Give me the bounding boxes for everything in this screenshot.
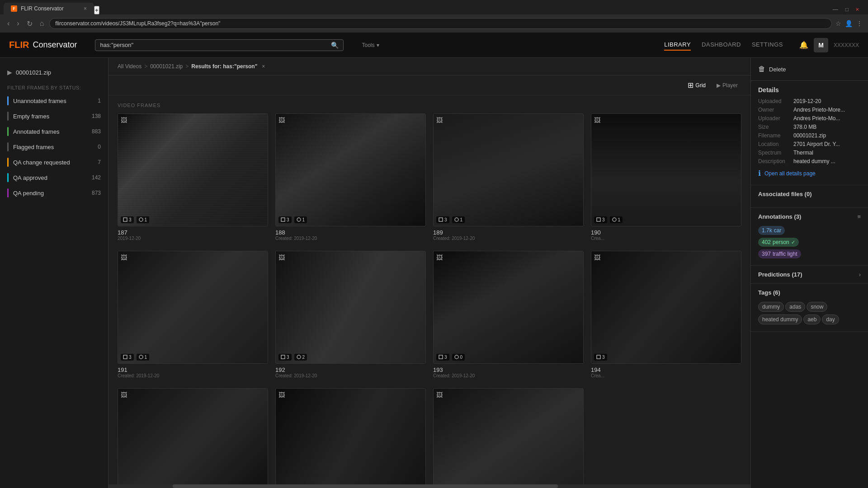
- delete-btn[interactable]: 🗑 Delete: [758, 63, 786, 75]
- browser-menu-btn[interactable]: ⋮: [856, 20, 863, 27]
- horizontal-scrollbar[interactable]: [108, 484, 750, 488]
- sidebar-count-annotated: 883: [92, 128, 101, 135]
- tag-adas[interactable]: adas: [785, 302, 805, 312]
- annotation-person-tag[interactable]: 402 person ✓: [758, 236, 861, 248]
- frame-badges: 3 1: [121, 354, 149, 361]
- open-details-btn[interactable]: ℹ Open all details page: [758, 167, 816, 179]
- annotation-car-tag[interactable]: 1.7k car: [758, 225, 861, 236]
- delete-icon: 🗑: [758, 65, 765, 73]
- sidebar-file[interactable]: ▶ 00001021.zip: [0, 65, 108, 80]
- frame-card-189[interactable]: 🖼 3 1: [433, 113, 584, 244]
- logo: FLIR Conservator: [9, 40, 77, 50]
- breadcrumb-all-videos[interactable]: All Videos: [118, 63, 142, 70]
- breadcrumb-search-input[interactable]: [268, 63, 335, 70]
- search-icon[interactable]: 🔍: [331, 42, 339, 49]
- frame-badges: 3: [594, 354, 607, 361]
- back-btn[interactable]: ‹: [5, 18, 11, 29]
- tag-day[interactable]: day: [822, 314, 839, 324]
- nav-settings[interactable]: SETTINGS: [752, 39, 783, 51]
- frame-card-192[interactable]: 🖼 3 2: [275, 251, 426, 381]
- frame-card-188[interactable]: 🖼 3 1: [275, 113, 426, 244]
- detail-row-location: Location 2701 Airport Dr. Y...: [758, 141, 861, 147]
- tab-title: FLIR Conservator: [21, 5, 64, 12]
- tag-heated-dummy[interactable]: heated dummy: [758, 314, 802, 324]
- predictions-row[interactable]: Predictions (17) ›: [758, 271, 861, 278]
- scrollbar-thumb[interactable]: [173, 484, 558, 488]
- tab-close-btn[interactable]: ×: [84, 5, 87, 12]
- sidebar-label-empty: Empty frames: [13, 113, 89, 120]
- frame-date-187: 2019-12-20: [118, 236, 268, 241]
- detail-row-uploader: Uploader Andres Prieto-Mo...: [758, 115, 861, 122]
- breadcrumb-sep-2: >: [185, 63, 189, 70]
- profile-btn[interactable]: 👤: [845, 20, 853, 27]
- frame-card-190[interactable]: 🖼 3 1: [591, 113, 741, 244]
- frame-card-191[interactable]: 🖼 3 1: [118, 251, 268, 381]
- svg-rect-10: [281, 355, 285, 359]
- refresh-btn[interactable]: ↻: [25, 18, 34, 30]
- breadcrumb-clear-btn[interactable]: ×: [262, 63, 265, 70]
- new-tab-btn[interactable]: +: [94, 6, 99, 14]
- uploader-val: Andres Prieto-Mo...: [793, 115, 861, 122]
- tag-snow[interactable]: snow: [807, 302, 827, 312]
- home-btn[interactable]: ⌂: [38, 18, 46, 29]
- avatar[interactable]: M: [814, 38, 828, 52]
- win-minimize-btn[interactable]: —: [833, 6, 838, 13]
- tools-btn[interactable]: Tools ▾: [362, 42, 379, 48]
- frame-bbox-count: 3: [278, 354, 292, 361]
- predictions-arrow[interactable]: ›: [859, 271, 861, 278]
- tag-dummy[interactable]: dummy: [758, 302, 784, 312]
- nav-library[interactable]: LIBRARY: [664, 39, 691, 51]
- predictions-section[interactable]: Predictions (17) ›: [751, 266, 868, 284]
- browser-tab-active[interactable]: F FLIR Conservator ×: [4, 3, 94, 14]
- sidebar-item-flagged[interactable]: Flagged frames 0: [0, 139, 108, 155]
- sidebar-item-empty[interactable]: Empty frames 138: [0, 108, 108, 124]
- search-input[interactable]: [100, 42, 328, 48]
- annotation-traffic-tag[interactable]: 397 traffic light: [758, 248, 861, 260]
- frame-bbox-count: 3: [121, 216, 134, 223]
- sidebar-item-annotated[interactable]: Annotated frames 883: [0, 124, 108, 139]
- svg-rect-0: [123, 218, 127, 221]
- bookmark-btn[interactable]: ☆: [835, 20, 841, 27]
- owner-val: Andres Prieto-More...: [793, 107, 861, 113]
- frame-num-189: 189: [433, 229, 584, 236]
- frame-card-193[interactable]: 🖼 3 0: [433, 251, 584, 381]
- address-input[interactable]: [55, 20, 826, 27]
- details-section: Details Uploaded 2019-12-20 Owner Andres…: [751, 81, 868, 185]
- frame-card-187[interactable]: 🖼 3 1: [118, 113, 268, 244]
- frame-card-194[interactable]: 🖼 3 194 Crea...: [591, 251, 741, 381]
- frame-card-partial-2[interactable]: 🖼: [275, 388, 426, 485]
- address-bar[interactable]: [49, 18, 832, 29]
- frame-num-192: 192: [275, 366, 426, 373]
- sidebar-item-qa-approved[interactable]: QA approved 142: [0, 170, 108, 185]
- sidebar-label-unannotated: Unannotated frames: [13, 98, 95, 104]
- spectrum-key: Spectrum: [758, 150, 790, 156]
- player-view-label: Player: [722, 82, 738, 89]
- forward-btn[interactable]: ›: [15, 18, 21, 29]
- svg-rect-14: [597, 355, 600, 359]
- frame-bbox-count: 3: [278, 216, 292, 223]
- frame-card-partial-1[interactable]: 🖼: [118, 388, 268, 485]
- nav-dashboard[interactable]: DASHBOARD: [702, 39, 741, 51]
- frame-card-partial-3[interactable]: 🖼: [433, 388, 584, 485]
- right-panel-top: 🗑 Delete: [751, 58, 868, 81]
- sidebar-item-qa-change[interactable]: QA change requested 7: [0, 155, 108, 170]
- uploaded-key: Uploaded: [758, 98, 790, 104]
- frame-badges: 3 0: [436, 354, 465, 361]
- sort-icon[interactable]: ≡: [857, 213, 861, 220]
- frame-overlay-icon: 🖼: [121, 117, 127, 124]
- breadcrumb-zip-file[interactable]: 00001021.zip: [150, 63, 183, 70]
- frame-seg-count: 1: [137, 354, 150, 361]
- tag-aeb[interactable]: aeb: [803, 314, 821, 324]
- sidebar-item-unannotated[interactable]: Unannotated frames 1: [0, 93, 108, 108]
- search-bar[interactable]: 🔍: [95, 39, 344, 51]
- frame-seg-count: 1: [294, 216, 307, 223]
- main-content: ▶ 00001021.zip Filter frames by status: …: [0, 58, 868, 488]
- svg-point-9: [139, 355, 143, 359]
- notification-btn[interactable]: 🔔: [799, 41, 808, 49]
- grid-view-btn[interactable]: ⊞ Grid: [684, 79, 709, 91]
- sidebar: ▶ 00001021.zip Filter frames by status: …: [0, 58, 108, 488]
- player-view-btn[interactable]: ▶ Player: [713, 80, 741, 90]
- win-close-btn[interactable]: ×: [856, 6, 859, 13]
- win-maximize-btn[interactable]: □: [845, 6, 849, 13]
- sidebar-item-qa-pending[interactable]: QA pending 873: [0, 185, 108, 201]
